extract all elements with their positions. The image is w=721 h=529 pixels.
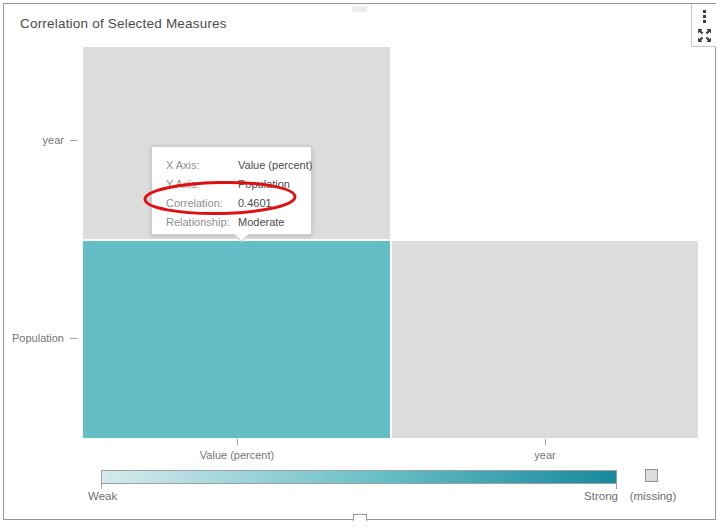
bottom-resize-handle[interactable]	[353, 514, 367, 521]
heatmap-cell-population-year[interactable]	[392, 241, 698, 438]
tooltip-row-value: Value (percent)	[238, 159, 312, 171]
widget-title: Correlation of Selected Measures	[20, 16, 227, 31]
corner-toolbar	[691, 4, 716, 47]
data-tooltip: X Axis:Value (percent) Y Axis:Population…	[151, 146, 312, 235]
legend-weak-label: Weak	[88, 490, 117, 502]
y-axis-label-year: year	[0, 134, 64, 146]
x-axis-label-year: year	[465, 449, 625, 461]
x-axis-label-valuepercent: Value (percent)	[157, 449, 317, 461]
kebab-menu-icon	[703, 10, 706, 13]
legend-gradient-bar	[101, 470, 617, 484]
tooltip-row-value: Moderate	[238, 216, 284, 228]
correlation-widget: Correlation of Selected Measures year Po…	[0, 0, 721, 529]
legend-strong-label: Strong	[538, 490, 618, 502]
tooltip-row-value: 0.4601	[238, 197, 272, 209]
options-menu-button[interactable]	[692, 4, 716, 25]
tooltip-row: X Axis:Value (percent)	[166, 156, 311, 175]
x-axis-tick	[237, 439, 238, 445]
y-axis-label-population: Population	[0, 332, 64, 344]
y-axis-tick	[70, 338, 77, 339]
tooltip-row-label: Correlation:	[166, 194, 238, 213]
maximize-icon	[697, 28, 712, 43]
tooltip-row-label: Y Axis:	[166, 175, 238, 194]
legend-missing-swatch	[645, 469, 658, 482]
top-drag-handle[interactable]	[352, 6, 367, 12]
tooltip-row: Y Axis:Population	[166, 175, 311, 194]
kebab-menu-icon	[703, 20, 706, 23]
legend-tick	[101, 484, 102, 489]
kebab-menu-icon	[703, 15, 706, 18]
y-axis-tick	[70, 140, 77, 141]
tooltip-row-label: X Axis:	[166, 156, 238, 175]
tooltip-row-correlation: Correlation:0.4601	[166, 194, 311, 213]
tooltip-row-label: Relationship:	[166, 213, 238, 232]
legend-tick	[616, 484, 617, 489]
tooltip-row-value: Population	[238, 178, 290, 190]
x-axis-tick	[545, 439, 546, 445]
legend-missing-label: (missing)	[620, 490, 686, 502]
maximize-button[interactable]	[692, 25, 716, 45]
heatmap-cell-population-valuepercent[interactable]	[83, 241, 390, 438]
